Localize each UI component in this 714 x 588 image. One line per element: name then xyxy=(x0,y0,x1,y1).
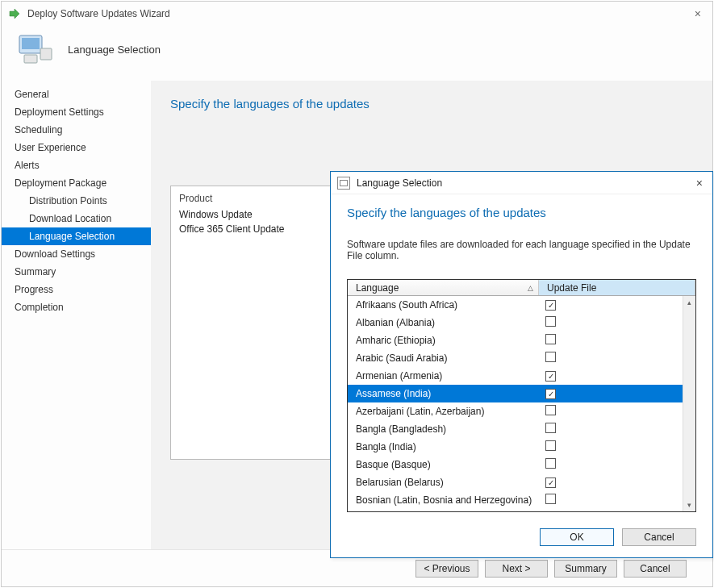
checkbox[interactable] xyxy=(545,334,556,344)
cancel-button[interactable]: Cancel xyxy=(624,560,687,578)
wizard-arrow-icon xyxy=(8,7,21,20)
language-selection-dialog: Language Selection × Specify the languag… xyxy=(330,171,713,558)
table-row[interactable]: Basque (Basque) xyxy=(348,456,683,473)
scroll-down-icon[interactable]: ▾ xyxy=(683,498,695,511)
sidebar-item-general[interactable]: General xyxy=(2,85,151,103)
language-cell: Armenian (Armenia) xyxy=(348,370,539,382)
language-cell: Assamese (India) xyxy=(348,388,539,399)
updatefile-cell xyxy=(539,334,683,347)
checkbox[interactable] xyxy=(545,352,556,362)
col-language-label: Language xyxy=(356,282,399,294)
checkbox[interactable] xyxy=(545,423,556,433)
close-icon[interactable]: × xyxy=(690,7,706,20)
table-row[interactable]: Bangla (India) xyxy=(348,438,683,456)
language-cell: Bangla (Bangladesh) xyxy=(348,423,539,435)
wizard-step-title: Language Selection xyxy=(68,44,161,56)
language-cell: Belarusian (Belarus) xyxy=(348,477,539,488)
updatefile-cell: ✓ xyxy=(539,370,683,382)
checkbox[interactable] xyxy=(545,316,556,327)
updatefile-cell xyxy=(539,405,683,418)
language-cell: Bangla (India) xyxy=(348,441,539,452)
sidebar-item-distribution-points[interactable]: Distribution Points xyxy=(2,192,151,210)
svg-rect-3 xyxy=(40,48,52,60)
table-row[interactable]: Amharic (Ethiopia) xyxy=(348,332,683,349)
sidebar-item-user-experience[interactable]: User Experience xyxy=(2,139,151,156)
svg-rect-2 xyxy=(22,38,40,49)
checkbox[interactable]: ✓ xyxy=(545,300,556,311)
language-cell: Azerbaijani (Latin, Azerbaijan) xyxy=(348,406,539,417)
checkbox[interactable] xyxy=(545,458,556,469)
updatefile-cell: ✓ xyxy=(539,388,683,400)
updatefile-cell: ✓ xyxy=(539,299,683,311)
checkbox[interactable]: ✓ xyxy=(545,389,556,399)
updatefile-cell xyxy=(539,458,683,471)
sidebar-item-alerts[interactable]: Alerts xyxy=(2,156,151,174)
dialog-title: Language Selection xyxy=(357,177,693,189)
titlebar: Deploy Software Updates Wizard × xyxy=(2,2,712,26)
table-row[interactable]: Albanian (Albania) xyxy=(348,314,683,332)
grid-body: Afrikaans (South Africa)✓Albanian (Alban… xyxy=(348,296,695,511)
wizard-window: Deploy Software Updates Wizard × Languag… xyxy=(1,1,713,587)
table-row[interactable]: Armenian (Armenia)✓ xyxy=(348,367,683,385)
table-row[interactable]: Arabic (Saudi Arabia) xyxy=(348,349,683,367)
language-cell: Arabic (Saudi Arabia) xyxy=(348,352,539,364)
col-updatefile-label: Update File xyxy=(547,282,596,294)
table-row[interactable]: Bangla (Bangladesh) xyxy=(348,420,683,438)
checkbox[interactable]: ✓ xyxy=(545,371,556,382)
language-cell: Amharic (Ethiopia) xyxy=(348,335,539,346)
table-row[interactable]: Assamese (India)✓ xyxy=(348,385,683,402)
scrollbar[interactable]: ▴ ▾ xyxy=(683,296,695,511)
table-row[interactable]: Belarusian (Belarus)✓ xyxy=(348,473,683,491)
dialog-description: Software update files are downloaded for… xyxy=(347,239,696,261)
table-row[interactable]: Azerbaijani (Latin, Azerbaijan) xyxy=(348,402,683,420)
language-cell: Bosnian (Latin, Bosnia and Herzegovina) xyxy=(348,494,539,506)
computer-icon xyxy=(16,32,55,66)
sidebar-item-completion[interactable]: Completion xyxy=(2,298,151,316)
table-row[interactable]: Bosnian (Latin, Bosnia and Herzegovina) xyxy=(348,491,683,509)
next-button[interactable]: Next > xyxy=(485,560,548,578)
dialog-cancel-button[interactable]: Cancel xyxy=(622,528,696,546)
updatefile-cell: ✓ xyxy=(539,477,683,489)
sidebar-item-deployment-settings[interactable]: Deployment Settings xyxy=(2,103,151,121)
language-grid: Language △ Update File Afrikaans (South … xyxy=(347,279,696,512)
sidebar-item-summary[interactable]: Summary xyxy=(2,263,151,281)
sidebar-item-download-location[interactable]: Download Location xyxy=(2,210,151,227)
dialog-header: Specify the languages of the updates xyxy=(347,206,696,219)
col-update-file[interactable]: Update File xyxy=(539,280,695,295)
svg-rect-4 xyxy=(24,55,37,63)
scroll-up-icon[interactable]: ▴ xyxy=(683,296,695,309)
checkbox[interactable] xyxy=(545,405,556,415)
summary-button[interactable]: Summary xyxy=(554,560,617,578)
grid-header: Language △ Update File xyxy=(348,280,695,296)
updatefile-cell xyxy=(539,316,683,329)
col-language[interactable]: Language △ xyxy=(348,280,539,295)
checkbox[interactable] xyxy=(545,440,556,451)
language-cell: Basque (Basque) xyxy=(348,459,539,470)
updatefile-cell xyxy=(539,494,683,507)
wizard-header: Language Selection xyxy=(2,26,712,81)
checkbox[interactable]: ✓ xyxy=(545,477,556,488)
dialog-body: Specify the languages of the updates Sof… xyxy=(331,194,712,519)
dialog-buttons: OK Cancel xyxy=(331,519,712,557)
language-cell: Afrikaans (South Africa) xyxy=(348,299,539,311)
sidebar-item-language-selection[interactable]: Language Selection xyxy=(2,227,151,245)
svg-marker-0 xyxy=(10,9,19,19)
dialog-titlebar: Language Selection × xyxy=(331,172,712,194)
updatefile-cell xyxy=(539,440,683,453)
language-cell: Albanian (Albania) xyxy=(348,317,539,328)
dialog-close-icon[interactable]: × xyxy=(693,177,706,190)
sidebar-item-scheduling[interactable]: Scheduling xyxy=(2,121,151,139)
sidebar: GeneralDeployment SettingsSchedulingUser… xyxy=(2,81,151,551)
previous-button[interactable]: < Previous xyxy=(415,560,478,578)
ok-button[interactable]: OK xyxy=(540,528,614,546)
updatefile-cell xyxy=(539,423,683,436)
main-header: Specify the languages of the updates xyxy=(170,97,693,111)
table-row[interactable]: Afrikaans (South Africa)✓ xyxy=(348,296,683,314)
updatefile-cell xyxy=(539,352,683,365)
checkbox[interactable] xyxy=(545,494,556,504)
sidebar-item-deployment-package[interactable]: Deployment Package xyxy=(2,174,151,192)
window-icon xyxy=(337,177,350,190)
sort-asc-icon: △ xyxy=(528,284,533,292)
sidebar-item-download-settings[interactable]: Download Settings xyxy=(2,245,151,263)
sidebar-item-progress[interactable]: Progress xyxy=(2,281,151,298)
